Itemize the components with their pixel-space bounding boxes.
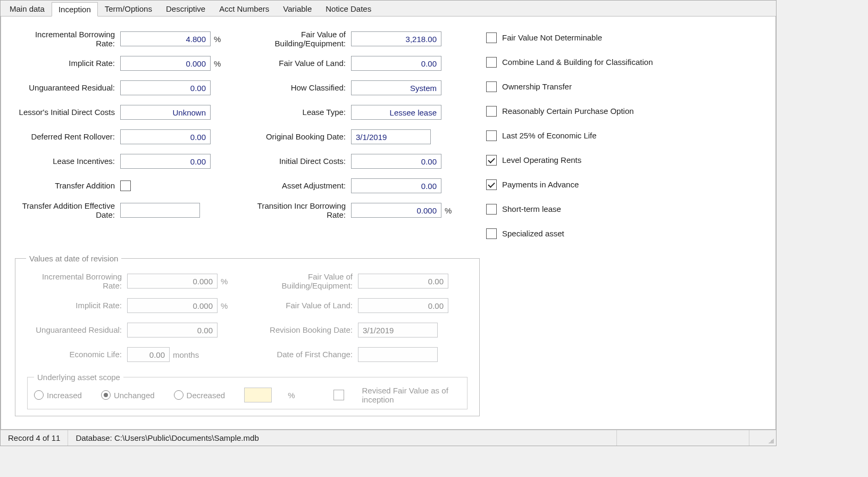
rev-implicit-label: Implicit Rate:: [26, 301, 127, 310]
scope-increased-radio: [34, 390, 44, 400]
status-database: Database: C:\Users\Public\Documents\Samp…: [68, 430, 617, 446]
scope-unchanged-label: Unchanged: [114, 391, 155, 400]
rev-fv-land-label: Fair Value of Land:: [246, 301, 358, 310]
ibr-label: Incremental Borrowing Rate:: [14, 30, 120, 48]
rev-unguar-input: [127, 323, 218, 338]
lease-type-input[interactable]: [351, 105, 441, 120]
revised-fv-inception-checkbox: [333, 390, 344, 400]
revision-group-title: Values at date of revision: [26, 254, 121, 263]
right-column: Fair Value Not Determinable Combine Land…: [465, 29, 656, 250]
deferred-rent-input[interactable]: [120, 129, 211, 144]
tab-panel-inception: Incremental Borrowing Rate: % Implicit R…: [1, 17, 776, 430]
rev-fv-be-input: [358, 274, 448, 289]
lease-type-label: Lease Type:: [239, 108, 351, 117]
ibr-unit: %: [211, 35, 221, 44]
implicit-rate-input[interactable]: [120, 56, 211, 71]
window-frame: Main data Inception Term/Options Descrip…: [0, 0, 777, 446]
rev-booking-date-label: Revision Booking Date:: [246, 325, 358, 334]
rev-date-first-change-input: [358, 347, 438, 362]
transfer-addition-checkbox[interactable]: [120, 180, 131, 191]
short-term-lease-label: Short-term lease: [502, 204, 561, 213]
asset-adjustment-input[interactable]: [351, 178, 441, 193]
scope-decreased-radio: [174, 390, 183, 400]
original-booking-date-label: Original Booking Date:: [239, 132, 351, 141]
original-booking-date-input[interactable]: [351, 129, 431, 144]
transition-ibr-unit: %: [441, 206, 452, 215]
left-column: Incremental Borrowing Rate: % Implicit R…: [14, 29, 227, 250]
status-record: Record 4 of 11: [1, 430, 68, 446]
tab-notice-dates[interactable]: Notice Dates: [319, 2, 378, 16]
tab-main-data[interactable]: Main data: [3, 2, 52, 16]
underlying-asset-scope-title: Underlying asset scope: [34, 373, 123, 382]
scope-decreased-pct-input: [244, 388, 272, 402]
rev-ibr-input: [127, 274, 218, 289]
how-classified-input[interactable]: [351, 80, 441, 95]
lease-incentives-label: Lease Incentives:: [14, 157, 120, 166]
ibr-input[interactable]: [120, 31, 211, 46]
rev-booking-date-input: [358, 323, 438, 338]
implicit-rate-unit: %: [211, 59, 221, 68]
scope-increased-label: Increased: [47, 391, 82, 400]
last-25-econ-life-label: Last 25% of Economic Life: [502, 131, 597, 140]
rev-ibr-label: Incremental Borrowing Rate:: [26, 272, 127, 291]
mid-column: Fair Value of Building/Equipment: Fair V…: [239, 29, 452, 250]
specialized-asset-checkbox[interactable]: [486, 228, 497, 239]
initial-direct-costs-label: Initial Direct Costs:: [239, 157, 351, 166]
level-operating-rents-label: Level Operating Rents: [502, 155, 581, 165]
implicit-rate-label: Implicit Rate:: [14, 59, 120, 68]
rev-ibr-unit: %: [218, 277, 228, 286]
last-25-econ-life-checkbox[interactable]: [486, 130, 497, 141]
rc-purchase-option-checkbox[interactable]: [486, 106, 497, 117]
tab-term-options[interactable]: Term/Options: [98, 2, 159, 16]
fv-land-label: Fair Value of Land:: [239, 59, 351, 68]
short-term-lease-checkbox[interactable]: [486, 204, 497, 215]
fv-be-label: Fair Value of Building/Equipment:: [239, 30, 351, 48]
tabstrip: Main data Inception Term/Options Descrip…: [1, 1, 776, 17]
rev-implicit-unit: %: [218, 301, 228, 310]
transition-ibr-label: Transition Incr Borrowing Rate:: [239, 201, 351, 220]
rev-econ-life-unit: months: [170, 350, 199, 359]
unguaranteed-residual-label: Unguaranteed Residual:: [14, 83, 120, 92]
scope-unchanged-radio: [101, 390, 111, 400]
fv-not-determinable-label: Fair Value Not Determinable: [502, 33, 602, 42]
scope-decreased-label: Decreased: [187, 391, 226, 400]
resize-grip-icon[interactable]: [749, 430, 776, 446]
asset-adjustment-label: Asset Adjustment:: [239, 181, 351, 190]
deferred-rent-label: Deferred Rent Rollover:: [14, 132, 120, 141]
lessor-idc-input[interactable]: [120, 105, 211, 120]
transition-ibr-input[interactable]: [351, 203, 441, 218]
tab-descriptive[interactable]: Descriptive: [159, 2, 212, 16]
transfer-addition-date-label: Transfer Addition Effective Date:: [14, 201, 120, 220]
transfer-addition-date-input[interactable]: [120, 203, 200, 218]
level-operating-rents-checkbox[interactable]: [486, 155, 497, 166]
lessor-idc-label: Lessor's Initial Direct Costs: [14, 108, 120, 117]
rev-date-first-change-label: Date of First Change:: [246, 350, 358, 359]
scope-decreased-pct-unit: %: [285, 391, 295, 400]
status-database-path: C:\Users\Public\Documents\Sample.mdb: [114, 433, 259, 442]
revision-group: Values at date of revision Incremental B…: [15, 254, 480, 416]
tab-variable[interactable]: Variable: [276, 2, 319, 16]
underlying-asset-scope-group: Underlying asset scope Increased Unchang…: [27, 373, 468, 409]
how-classified-label: How Classified:: [239, 83, 351, 92]
status-spacer: [617, 430, 749, 446]
combine-land-building-label: Combine Land & Building for Classificati…: [502, 57, 653, 67]
fv-be-input[interactable]: [351, 31, 441, 46]
statusbar: Record 4 of 11 Database: C:\Users\Public…: [1, 430, 776, 446]
rc-purchase-option-label: Reasonably Certain Purchase Option: [502, 106, 634, 116]
payments-in-advance-checkbox[interactable]: [486, 179, 497, 190]
status-database-label: Database:: [76, 433, 114, 442]
unguaranteed-residual-input[interactable]: [120, 80, 211, 95]
combine-land-building-checkbox[interactable]: [486, 57, 497, 68]
lease-incentives-input[interactable]: [120, 154, 211, 169]
transfer-addition-label: Transfer Addition: [14, 181, 120, 190]
initial-direct-costs-input[interactable]: [351, 154, 441, 169]
fv-land-input[interactable]: [351, 56, 441, 71]
fv-not-determinable-checkbox[interactable]: [486, 32, 497, 43]
ownership-transfer-checkbox[interactable]: [486, 81, 497, 92]
tab-acct-numbers[interactable]: Acct Numbers: [212, 2, 276, 16]
specialized-asset-label: Specialized asset: [502, 229, 564, 238]
rev-unguar-label: Unguaranteed Residual:: [26, 325, 127, 334]
rev-fv-be-label: Fair Value of Building/Equipment:: [246, 272, 358, 291]
rev-econ-life-input: [127, 347, 170, 362]
tab-inception[interactable]: Inception: [52, 2, 98, 17]
